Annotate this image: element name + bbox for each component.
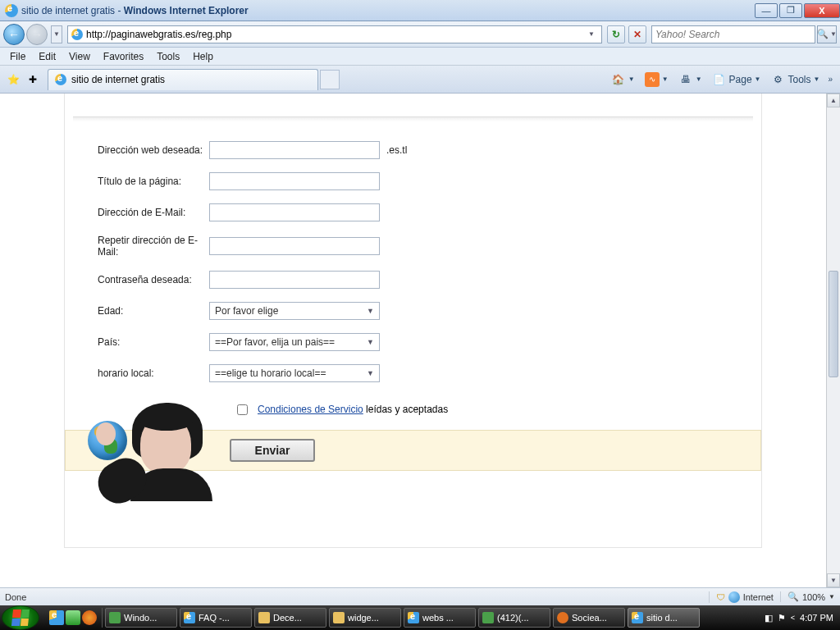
scroll-thumb[interactable] (829, 271, 838, 377)
label-contrasena: Contraseña deseada: (73, 274, 209, 285)
menu-tools[interactable]: Tools (150, 48, 186, 65)
taskbar-item[interactable]: Windo... (105, 608, 177, 628)
submit-button[interactable]: Enviar (230, 439, 315, 462)
label-edad: Edad: (73, 305, 209, 317)
start-button[interactable] (2, 605, 39, 630)
input-email2[interactable] (209, 237, 380, 255)
taskbar-item[interactable]: widge... (329, 608, 401, 628)
taskbar-item[interactable]: Sociea... (553, 608, 625, 628)
security-zone[interactable]: 🛡 Internet (709, 591, 774, 603)
taskbar-item-active[interactable]: sitio d... (628, 608, 700, 628)
terms-row: Condiciones de Servicio leídas y aceptad… (237, 404, 753, 415)
zoom-value: 100% (802, 592, 825, 602)
forward-button[interactable]: → (26, 24, 48, 45)
window-titlebar: sitio de internet gratis - Windows Inter… (0, 0, 840, 21)
tray-icon[interactable]: ⚑ (778, 613, 786, 623)
menu-help[interactable]: Help (186, 48, 220, 65)
status-text: Done (5, 592, 26, 602)
chevron-down-icon: ▼ (367, 307, 374, 315)
select-edad[interactable]: Por favor elige▼ (209, 302, 380, 320)
favorites-star-icon[interactable]: ⭐ (5, 71, 21, 88)
firefox-icon (557, 612, 568, 623)
search-icon: 🔍 (817, 29, 829, 39)
menu-edit[interactable]: Edit (32, 48, 62, 65)
input-direccion-web[interactable] (209, 141, 380, 159)
ie-icon (71, 29, 83, 40)
menu-view[interactable]: View (62, 48, 97, 65)
taskbar-item[interactable]: FAQ -... (180, 608, 252, 628)
menu-file[interactable]: File (3, 48, 32, 65)
label-pais: País: (73, 336, 209, 348)
close-button[interactable]: X (804, 3, 840, 18)
system-tray[interactable]: ◧ ⚑ < 4:07 PM (761, 613, 837, 623)
ie-icon[interactable] (49, 610, 64, 625)
zoom-icon: 🔍 (788, 591, 799, 602)
stop-button[interactable]: ✕ (628, 25, 646, 43)
input-email[interactable] (209, 203, 380, 221)
registration-form: Dirección web deseada:.es.tl Título de l… (64, 94, 762, 548)
taskbar-item[interactable]: (412)(... (478, 608, 550, 628)
separator (73, 116, 753, 121)
tools-menu[interactable]: ⚙Tools▼ (767, 70, 824, 89)
ie-icon (55, 74, 66, 85)
msn-icon[interactable] (66, 610, 80, 625)
history-dropdown[interactable]: ▼ (51, 25, 62, 43)
scroll-track[interactable] (827, 107, 840, 573)
chevron-down-icon: ▼ (830, 30, 837, 38)
search-input[interactable] (655, 29, 811, 40)
home-icon: 🏠 (611, 72, 626, 87)
label-horario: horario local: (73, 368, 209, 379)
go-button[interactable]: ↻ (607, 25, 625, 43)
back-button[interactable]: ← (3, 24, 25, 45)
gear-icon: ⚙ (771, 72, 786, 87)
terms-text: leídas y aceptadas (363, 404, 448, 415)
scroll-down-button[interactable]: ▼ (827, 573, 840, 587)
select-pais[interactable]: ==Por favor, elija un pais==▼ (209, 333, 380, 351)
page-menu[interactable]: 📄Page▼ (708, 70, 765, 89)
page-body: Dirección web deseada:.es.tl Título de l… (0, 94, 826, 587)
terms-checkbox[interactable] (237, 404, 248, 415)
firefox-icon[interactable] (82, 610, 97, 625)
taskbar-item[interactable]: webs ... (404, 608, 476, 628)
scroll-up-button[interactable]: ▲ (827, 94, 840, 107)
maximize-button[interactable]: ❐ (779, 3, 802, 18)
status-bar: Done 🛡 Internet 🔍 100% ▼ (0, 587, 840, 605)
home-button[interactable]: 🏠▼ (607, 70, 639, 89)
tab-label: sitio de internet gratis (71, 74, 165, 85)
input-contrasena[interactable] (209, 271, 380, 289)
add-favorite-icon[interactable]: ✚ (25, 71, 41, 88)
shield-icon: 🛡 (716, 592, 725, 602)
overflow-button[interactable]: » (825, 75, 835, 84)
vertical-scrollbar[interactable]: ▲ ▼ (826, 94, 840, 587)
chevron-down-icon: ▼ (367, 369, 374, 377)
tray-expand-icon[interactable]: < (791, 614, 795, 622)
clock[interactable]: 4:07 PM (800, 613, 833, 623)
url-input[interactable] (86, 27, 585, 42)
select-horario[interactable]: ==elige tu horario local==▼ (209, 364, 380, 382)
new-tab-button[interactable] (320, 70, 340, 89)
taskbar-item[interactable]: Dece... (254, 608, 326, 628)
feeds-button[interactable]: ∿▼ (641, 70, 673, 89)
label-email: Dirección de E-Mail: (73, 207, 209, 218)
zoom-control[interactable]: 🔍 100% ▼ (780, 591, 835, 602)
taskbar: Windo... FAQ -... Dece... widge... webs … (0, 605, 840, 630)
decorative-person-image (73, 395, 221, 501)
terms-link[interactable]: Condiciones de Servicio (258, 404, 363, 415)
ie-icon (184, 612, 195, 623)
label-titulo: Título de la página: (73, 176, 209, 187)
folder-icon (258, 612, 270, 623)
search-button[interactable]: 🔍▼ (817, 25, 837, 43)
menu-bar: File Edit View Favorites Tools Help (0, 48, 840, 66)
minimize-button[interactable]: — (755, 3, 778, 18)
address-dropdown-icon[interactable]: ▼ (585, 30, 598, 38)
rss-icon: ∿ (645, 72, 660, 87)
search-box[interactable] (651, 25, 815, 43)
input-titulo[interactable] (209, 172, 380, 190)
windows-logo-icon (11, 609, 30, 626)
menu-favorites[interactable]: Favorites (97, 48, 150, 65)
address-bar[interactable]: ▼ (67, 25, 602, 43)
command-bar: ⭐ ✚ sitio de internet gratis 🏠▼ ∿▼ 🖶▼ 📄P… (0, 66, 840, 94)
tray-icon[interactable]: ◧ (765, 613, 773, 623)
tab-active[interactable]: sitio de internet gratis (48, 69, 318, 90)
print-button[interactable]: 🖶▼ (674, 70, 706, 89)
